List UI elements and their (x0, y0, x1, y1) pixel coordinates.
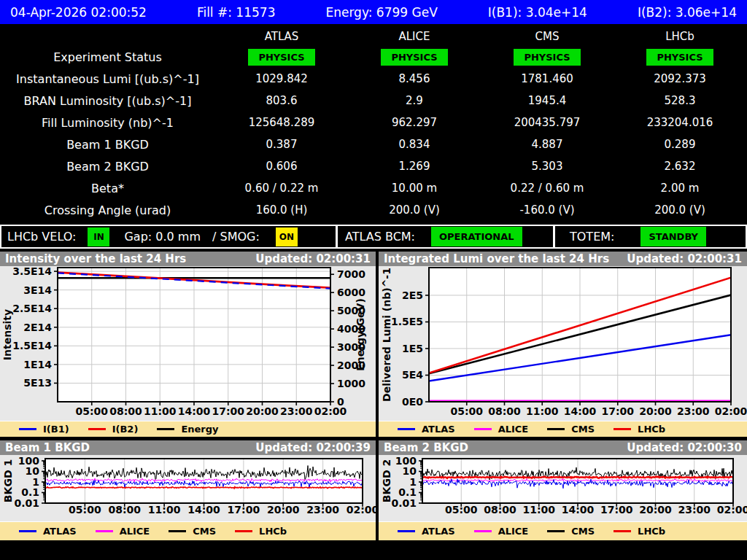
svg-text:0.01: 0.01 (14, 497, 39, 509)
velo-label: LHCb VELO: (7, 230, 76, 244)
experiment-status-badge: PHYSICS (381, 49, 448, 66)
row-label: Experiment Status (0, 50, 215, 64)
svg-text:02:00: 02:00 (715, 405, 747, 417)
svg-text:11:00: 11:00 (148, 504, 181, 516)
row-label: Crossing Angle (urad) (0, 203, 215, 217)
legend-item-alice: ALICE (474, 424, 529, 435)
cell-lhcb: 0.289 (614, 138, 746, 151)
legend-item-atlas: ATLAS (398, 526, 455, 537)
svg-text:23:00: 23:00 (280, 405, 313, 417)
lhc-page1-screen: 04-Apr-2026 02:00:52 Fill #: 11573 Energ… (0, 0, 747, 560)
cell-alice: 962.297 (348, 116, 481, 129)
legend-swatch (88, 428, 106, 430)
cell-lhcb: PHYSICS (614, 49, 746, 66)
cell-cms: 200435.797 (481, 116, 614, 129)
svg-text:02:00: 02:00 (717, 504, 747, 516)
totem-section: TOTEM: STANDBY (553, 226, 746, 247)
legend-label: ALICE (498, 526, 529, 537)
chart-title: Beam 2 BKGD (384, 441, 468, 454)
chart-title-bar: Beam 1 BKGD Updated: 02:00:39 (0, 440, 376, 455)
svg-text:08:00: 08:00 (484, 504, 516, 516)
legend-item-lhcb: LHCb (614, 526, 665, 537)
svg-text:14:00: 14:00 (178, 405, 211, 417)
svg-text:Energy(GeV): Energy(GeV) (355, 298, 366, 371)
legend-label: I(B2) (112, 424, 139, 435)
chart-plot: 05:0008:0011:0014:0017:0020:0023:0002:00… (0, 455, 376, 521)
cell-atlas: 0.387 (215, 138, 348, 151)
chart-panel-2: Integrated Lumi over the last 24 Hrs Upd… (379, 252, 747, 437)
table-row: Beam 1 BKGD0.3870.8344.8870.289 (0, 133, 747, 155)
legend-label: LHCb (638, 526, 665, 537)
cell-alice: PHYSICS (348, 49, 481, 66)
chart-title: Integrated Lumi over the last 24 Hrs (384, 252, 609, 265)
svg-text:14:00: 14:00 (564, 405, 597, 417)
beam2-intensity-text: I(B2): 3.06e+14 (638, 5, 737, 20)
legend-label: ALICE (120, 526, 150, 537)
legend-swatch (474, 428, 492, 430)
cell-lhcb: 2.632 (614, 160, 746, 173)
cell-cms: 5.303 (481, 160, 614, 173)
svg-text:2E5: 2E5 (402, 289, 423, 301)
experiment-status-badge: PHYSICS (646, 49, 713, 66)
experiments-header-row: ATLASALICECMSLHCb (0, 27, 747, 46)
legend-swatch (19, 428, 36, 430)
cell-lhcb: 528.3 (614, 94, 746, 107)
legend-label: ATLAS (422, 424, 455, 435)
legend-item-cms: CMS (547, 424, 595, 435)
svg-text:14:00: 14:00 (187, 504, 220, 516)
legend-swatch (474, 530, 492, 532)
chart-updated-time: Updated: 02:00:39 (255, 441, 371, 454)
svg-text:11:00: 11:00 (522, 504, 555, 516)
svg-text:05:00: 05:00 (75, 405, 108, 417)
chart-panel-4: Beam 2 BKGD Updated: 02:00:3005:0008:001… (379, 440, 747, 540)
cell-atlas: 0.606 (215, 160, 348, 173)
legend-item-atlas: ATLAS (398, 424, 455, 435)
chart-panel-1: Intensity over the last 24 Hrs Updated: … (0, 252, 376, 437)
totem-label: TOTEM: (570, 230, 614, 244)
legend-item-cms: CMS (169, 526, 216, 537)
cell-alice: 0.834 (348, 138, 481, 151)
chart-legend: ATLASALICECMSLHCb (379, 521, 747, 540)
svg-text:1.5E5: 1.5E5 (391, 316, 423, 327)
column-header-cms: CMS (481, 30, 614, 43)
cell-alice: 8.456 (348, 72, 481, 85)
svg-text:11:00: 11:00 (526, 405, 559, 417)
svg-text:17:00: 17:00 (600, 504, 633, 516)
experiment-status-badge: PHYSICS (248, 49, 315, 66)
svg-text:23:00: 23:00 (306, 504, 339, 516)
cell-atlas: 160.0 (H) (215, 203, 348, 217)
legend-label: CMS (571, 526, 595, 537)
svg-text:3E14: 3E14 (23, 284, 52, 296)
cell-cms: PHYSICS (481, 49, 614, 66)
table-row: BRAN Luminosity [(ub.s)^-1]803.62.91945.… (0, 90, 747, 112)
legend-item-alice: ALICE (96, 526, 150, 537)
legend-swatch (398, 530, 415, 532)
legend-label: LHCb (638, 424, 665, 435)
cell-cms: 0.22 / 0.60 m (481, 182, 614, 195)
row-label: BRAN Luminosity [(ub.s)^-1] (0, 94, 215, 108)
legend-label: I(B1) (43, 424, 69, 435)
chart-title-bar: Intensity over the last 24 Hrs Updated: … (0, 252, 376, 266)
svg-text:20:00: 20:00 (639, 504, 672, 516)
smog-status-badge: ON (276, 228, 298, 246)
chart-panel-3: Beam 1 BKGD Updated: 02:00:3905:0008:001… (0, 440, 376, 540)
legend-label: CMS (571, 424, 595, 435)
velo-gap-text: Gap: 0.0 mm (124, 230, 201, 244)
row-label: Fill Luminosity (nb)^-1 (0, 116, 215, 130)
svg-text:11:00: 11:00 (144, 405, 177, 417)
legend-swatch (169, 530, 186, 532)
beam1-intensity-text: I(B1): 3.04e+14 (488, 5, 587, 20)
legend-swatch (614, 530, 631, 532)
svg-text:17:00: 17:00 (212, 405, 244, 417)
svg-text:5E4: 5E4 (402, 369, 423, 381)
chart-title: Beam 1 BKGD (5, 441, 90, 454)
row-label: Beta* (0, 182, 215, 195)
table-row: Beta*0.60 / 0.22 m10.00 m0.22 / 0.60 m2.… (0, 177, 747, 199)
legend-swatch (96, 530, 113, 532)
legend-label: LHCb (259, 526, 287, 537)
table-row: Experiment StatusPHYSICSPHYSICSPHYSICSPH… (0, 46, 747, 68)
svg-text:17:00: 17:00 (228, 504, 260, 516)
svg-text:1000: 1000 (337, 378, 365, 389)
svg-text:2.5E14: 2.5E14 (12, 303, 52, 314)
svg-text:17:00: 17:00 (601, 405, 634, 417)
